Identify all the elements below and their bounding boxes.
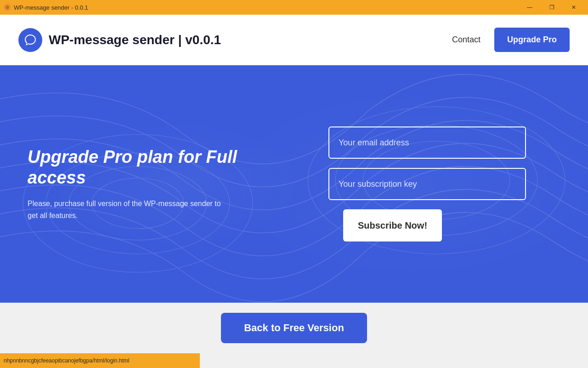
main-content: Upgrade Pro plan for Full access Please,… bbox=[0, 65, 588, 353]
hero-left: Upgrade Pro plan for Full access Please,… bbox=[28, 147, 294, 221]
subscription-key-input[interactable] bbox=[328, 168, 526, 200]
hero-right: Subscribe Now! bbox=[294, 126, 560, 242]
hero-section: Upgrade Pro plan for Full access Please,… bbox=[0, 65, 588, 303]
upgrade-pro-button[interactable]: Upgrade Pro bbox=[494, 28, 570, 52]
app-title: WP-message sender | v0.0.1 bbox=[49, 33, 221, 47]
contact-link[interactable]: Contact bbox=[452, 35, 481, 45]
close-button[interactable]: ✕ bbox=[563, 0, 584, 15]
navbar: WP-message sender | v0.0.1 Contact Upgra… bbox=[0, 15, 588, 65]
status-bar: nhpnnbnncgbjcfeeaopibcanojefbgpa/html/lo… bbox=[0, 353, 200, 368]
status-url: nhpnnbnncgbjcfeeaopibcanojefbgpa/html/lo… bbox=[4, 357, 130, 364]
logo-area: WP-message sender | v0.0.1 bbox=[18, 28, 452, 52]
subscribe-now-button[interactable]: Subscribe Now! bbox=[343, 209, 442, 242]
window-controls: — ❐ ✕ bbox=[519, 0, 584, 15]
back-to-free-button[interactable]: Back to Free Version bbox=[221, 313, 367, 343]
minimize-button[interactable]: — bbox=[519, 0, 540, 15]
nav-right: Contact Upgrade Pro bbox=[452, 28, 570, 52]
svg-point-0 bbox=[6, 6, 9, 9]
window-icon bbox=[4, 4, 11, 11]
title-bar-left: WP-message sender - 0.0.1 bbox=[4, 4, 88, 11]
title-bar-title: WP-message sender - 0.0.1 bbox=[14, 4, 88, 11]
restore-button[interactable]: ❐ bbox=[541, 0, 562, 15]
title-bar: WP-message sender - 0.0.1 — ❐ ✕ bbox=[0, 0, 588, 15]
footer-section: Back to Free Version bbox=[0, 303, 588, 353]
hero-description: Please, purchase full version of the WP-… bbox=[28, 198, 230, 221]
email-input[interactable] bbox=[328, 126, 526, 159]
hero-heading: Upgrade Pro plan for Full access bbox=[28, 147, 294, 189]
logo-icon bbox=[18, 28, 42, 52]
